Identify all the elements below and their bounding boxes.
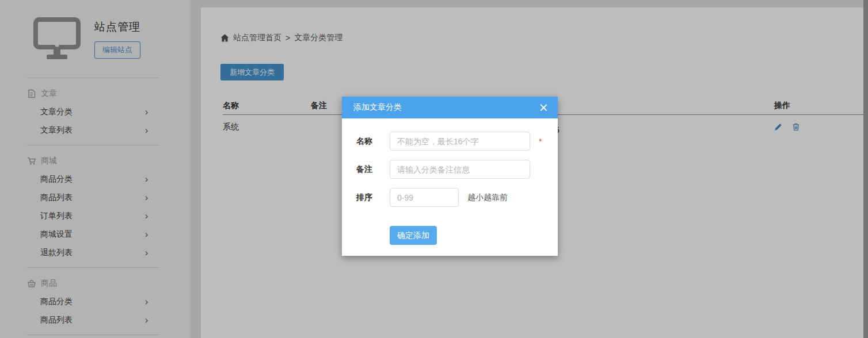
note-field-label: 备注	[356, 164, 390, 175]
modal-title: 添加文章分类	[353, 102, 402, 113]
note-field[interactable]	[390, 160, 530, 179]
close-icon[interactable]: ×	[538, 102, 549, 114]
sort-hint: 越小越靠前	[467, 193, 508, 203]
sort-field[interactable]	[390, 188, 459, 207]
modal-header: 添加文章分类 ×	[342, 97, 558, 118]
field-row-sort: 排序 越小越靠前	[356, 188, 558, 207]
name-field-label: 名称	[356, 136, 390, 147]
modal-body: 名称 * 备注 排序 越小越靠前 确定添加	[342, 118, 558, 245]
field-row-note: 备注	[356, 160, 558, 179]
name-field[interactable]	[390, 132, 530, 151]
required-asterisk: *	[539, 137, 542, 146]
confirm-add-button[interactable]: 确定添加	[390, 226, 437, 245]
sort-field-label: 排序	[356, 193, 390, 203]
field-row-name: 名称 *	[356, 132, 558, 151]
add-category-modal: 添加文章分类 × 名称 * 备注 排序 越小越靠前 确定添加	[342, 97, 558, 256]
